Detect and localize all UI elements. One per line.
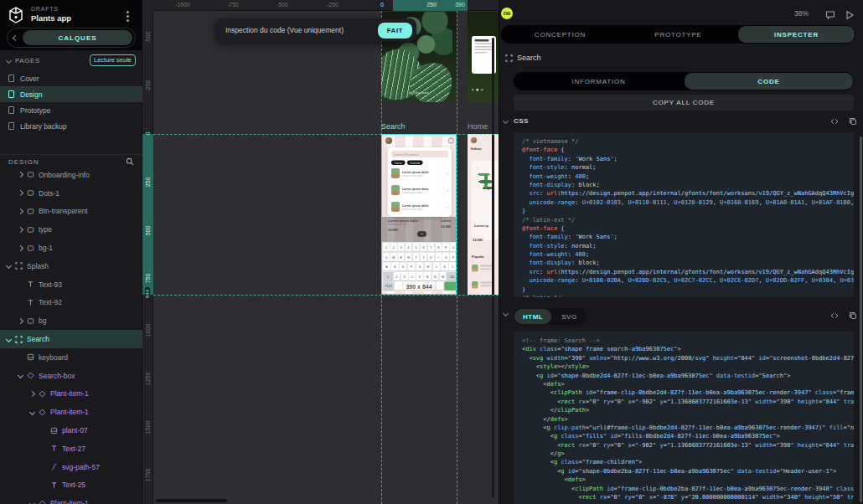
keyboard-key: 7 <box>427 244 434 252</box>
pages-collapse-icon[interactable] <box>6 57 12 63</box>
layer-item-onboarding-info[interactable]: Onboarding-info <box>0 166 142 184</box>
layer-expand-icon[interactable] <box>18 318 23 324</box>
layer-item-text-92[interactable]: Text-92 <box>0 294 142 312</box>
css-collapse-icon[interactable] <box>503 118 509 124</box>
layer-expand-icon[interactable] <box>18 172 23 177</box>
layer-item-dots-1[interactable]: Dots-1 <box>0 184 142 203</box>
file-menu-icon[interactable] <box>127 11 129 13</box>
layer-expand-icon[interactable] <box>6 263 12 269</box>
css-code-block[interactable]: /* vietnamese */@font-face { font-family… <box>514 132 854 297</box>
search-layers-icon[interactable] <box>126 157 134 166</box>
layer-item-text-25[interactable]: Text-25 <box>0 476 142 495</box>
layer-item-svg-path-57[interactable]: svg-path-57 <box>0 458 142 476</box>
image-icon <box>26 352 35 362</box>
layer-item-bg[interactable]: bg <box>0 311 142 330</box>
frame-label-search[interactable]: Search <box>381 122 406 131</box>
tab-conception[interactable]: CONCEPTION <box>502 26 618 43</box>
vertical-scrollbar[interactable] <box>492 38 494 498</box>
page-icon <box>8 90 14 98</box>
ruler-tick: 250 <box>426 2 437 8</box>
file-name[interactable]: Plants app <box>31 13 71 23</box>
ruler-tick: -750 <box>227 2 239 8</box>
copy-icon[interactable] <box>849 117 857 126</box>
penpot-workspace: DRAFTS Plants app CALQUES PAGES Lecture … <box>0 0 863 504</box>
keyboard-key: W <box>390 253 397 261</box>
sidebar-item-page-prototype[interactable]: Prototype <box>0 102 142 118</box>
layer-expand-icon[interactable] <box>29 391 35 397</box>
keyboard-key: H <box>424 263 432 271</box>
penpot-logo-icon[interactable] <box>7 6 25 24</box>
ruler-tick: -250 <box>327 2 338 8</box>
user-avatar[interactable]: DB <box>501 8 513 19</box>
search-frame-thumbnail[interactable]: Lorem ipsum dolor Lorem ipsum dol 12,99€… <box>381 134 457 295</box>
layer-item-plant-07[interactable]: plant-07 <box>0 421 142 440</box>
copy-all-code-button[interactable]: COPY ALL CODE <box>514 95 854 111</box>
code-view-icon[interactable] <box>830 311 839 320</box>
pages-header: PAGES <box>15 57 40 64</box>
layer-item-search-box[interactable]: Search-box <box>0 367 142 385</box>
layer-item-plant-item-1[interactable]: Plant-item-1 <box>0 403 142 421</box>
tab-code[interactable]: CODE <box>685 73 853 90</box>
markup-collapse-icon[interactable] <box>503 311 509 316</box>
keyboard-key: M <box>439 272 446 280</box>
layer-label: Plant-item-1 <box>50 499 89 504</box>
sidebar-item-page-design[interactable]: Design <box>0 86 142 102</box>
layer-label: svg-path-57 <box>62 463 100 471</box>
layer-expand-icon[interactable] <box>18 208 23 214</box>
layers-tab-button[interactable]: CALQUES <box>23 30 132 45</box>
layer-item-keyboard[interactable]: keyboard <box>0 348 142 367</box>
collapse-sidebar-button[interactable] <box>8 28 23 47</box>
selection-guide-right <box>457 11 457 504</box>
layer-item-splash[interactable]: Splash <box>0 257 142 275</box>
layer-expand-icon[interactable] <box>18 227 23 233</box>
layer-item-type[interactable]: type <box>0 220 142 239</box>
search-overlay-card: Cereus Peruvianus CactusCrassula Lorem i… <box>388 147 452 217</box>
layer-label: type <box>39 225 52 234</box>
layer-expand-icon[interactable] <box>29 501 35 504</box>
tab-svg[interactable]: SVG <box>553 309 585 324</box>
sidebar-item-page-library-backup[interactable]: Library backup <box>0 118 142 134</box>
layer-item-text-93[interactable]: Text-93 <box>0 275 142 294</box>
selected-frame-title: Search <box>505 54 541 62</box>
tab-inspecter[interactable]: INSPECTER <box>738 26 855 43</box>
carousel-dots <box>472 89 483 91</box>
suggestion-list: Lorem ipsum dolorLorem ipsum dolor›Lorem… <box>391 165 448 215</box>
layer-item-search[interactable]: Search <box>0 330 142 348</box>
chevron-right-icon: › <box>447 205 449 209</box>
code-inspect-tooltip: Inspection du code (Vue uniquement) FAIT <box>215 18 416 42</box>
copy-icon[interactable] <box>849 311 857 320</box>
comments-icon[interactable] <box>825 8 835 18</box>
tab-html[interactable]: HTML <box>514 309 551 324</box>
layer-item-btn-transparent[interactable]: Btn-transparent <box>0 203 142 221</box>
text-icon <box>49 444 59 453</box>
layer-expand-icon[interactable] <box>18 245 23 251</box>
sidebar-item-page-cover[interactable]: Cover <box>0 70 142 86</box>
tab-prototype[interactable]: PROTOTYPE <box>620 26 736 43</box>
done-button[interactable]: FAIT <box>378 23 412 39</box>
layer-item-text-27[interactable]: Text-27 <box>0 440 142 458</box>
frame-label-home[interactable]: Home <box>468 122 488 131</box>
panel-scrollbar[interactable] <box>860 136 862 502</box>
layer-expand-icon[interactable] <box>18 190 23 196</box>
layer-expand-icon[interactable] <box>6 337 12 342</box>
canvas[interactable]: -1000-750-500-2500250390 -500-2500250500… <box>142 0 499 504</box>
layer-item-bg-1[interactable]: bg-1 <box>0 239 142 257</box>
zoom-level[interactable]: 38% <box>794 9 809 18</box>
code-view-icon[interactable] <box>830 117 839 126</box>
keyboard-key: R <box>406 253 412 261</box>
keyboard-key: ⌫ <box>447 272 457 280</box>
view-mode-icon[interactable] <box>845 8 855 18</box>
group-icon <box>26 244 35 253</box>
tab-information[interactable]: INFORMATION <box>514 73 683 90</box>
layer-expand-icon[interactable] <box>29 409 35 415</box>
layer-label: plant-07 <box>62 426 88 435</box>
layer-item-plant-item-1[interactable]: Plant-item-1 <box>0 385 142 404</box>
layer-item-plant-item-1[interactable]: Plant-item-1 <box>0 494 142 504</box>
layer-label: Search <box>27 335 49 343</box>
layer-expand-icon[interactable] <box>18 373 23 378</box>
keyboard-key: I <box>435 253 442 261</box>
modal-backdrop <box>382 217 457 242</box>
horizontal-scrollbar[interactable] <box>156 499 227 502</box>
layer-label: bg-1 <box>39 244 53 252</box>
html-code-block[interactable]: <!-- frame: Search --><div class="shape … <box>514 332 854 504</box>
